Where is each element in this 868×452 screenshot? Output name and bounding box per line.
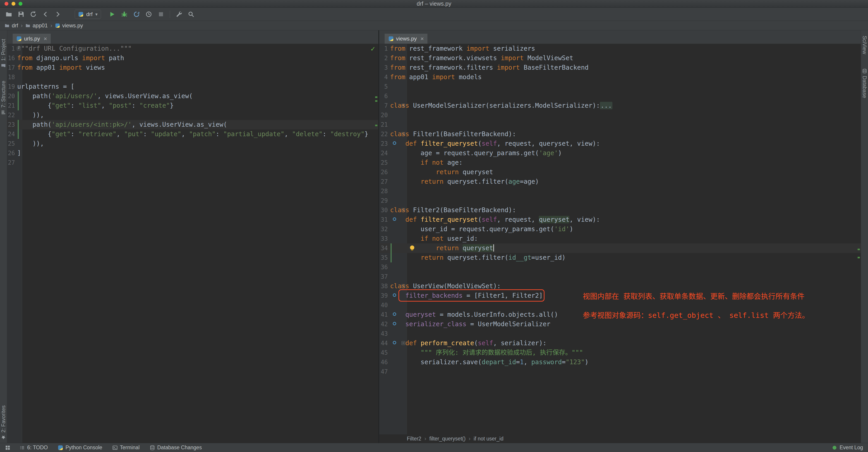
line-number[interactable]: 25 (7, 139, 17, 149)
line-number[interactable]: 35 (379, 253, 390, 262)
statusbar-item-python-console[interactable]: Python Console (58, 445, 102, 451)
close-window-button[interactable] (4, 2, 8, 6)
line-number[interactable]: 7 (379, 101, 390, 110)
coverage-button[interactable] (131, 9, 142, 19)
code-line[interactable]: 28 (379, 186, 861, 196)
line-number[interactable]: 2 (379, 54, 390, 63)
line-number[interactable]: 47 (379, 367, 390, 377)
line-number[interactable]: 41 (379, 310, 390, 319)
code-line[interactable]: 6 (379, 91, 861, 101)
code-line[interactable]: 47 (379, 367, 861, 377)
code-line[interactable]: 22 )), (7, 110, 378, 120)
line-number[interactable]: 26 (7, 149, 17, 158)
code-line[interactable]: 3from rest_framework.filters import Base… (379, 63, 861, 72)
code-line[interactable]: 46 serializer.save(depart_id=1, password… (379, 357, 861, 367)
code-line[interactable]: 22−class Filter1(BaseFilterBackend): (379, 129, 861, 139)
search-button[interactable] (186, 9, 196, 19)
back-button[interactable] (40, 9, 51, 19)
save-button[interactable] (16, 9, 26, 19)
line-number[interactable]: 1 (379, 44, 390, 54)
line-number[interactable]: 27 (379, 177, 390, 186)
code-line[interactable]: 35 return queryset.filter(id__gt=user_id… (379, 253, 861, 262)
line-number[interactable]: 28 (379, 186, 390, 196)
code-line[interactable]: 19urlpatterns = [ (7, 82, 378, 91)
line-number[interactable]: 22 (7, 110, 17, 120)
profiler-button[interactable] (144, 9, 154, 19)
code-line[interactable]: 20 path('api/users/', views.UserView.as_… (7, 91, 378, 101)
line-number[interactable]: 23 (7, 120, 17, 129)
code-line[interactable]: 27 return queryset.filter(age=age) (379, 177, 861, 186)
error-stripe-mark[interactable] (858, 257, 860, 258)
code-line[interactable]: 21 (379, 120, 861, 129)
code-line[interactable]: 16from django.urls import path (7, 54, 378, 63)
line-number[interactable]: 40 (379, 300, 390, 310)
code-line[interactable]: 23 def filter_queryset(self, request, qu… (379, 139, 861, 149)
zoom-window-button[interactable] (19, 2, 23, 6)
line-number[interactable]: 20 (7, 91, 17, 101)
code-line[interactable]: 37 (379, 272, 861, 282)
line-number[interactable]: 37 (379, 272, 390, 282)
tool-stripe-button-sciview[interactable]: SciView (862, 36, 868, 54)
editor-breadcrumb-item[interactable]: Filter2 (407, 436, 421, 442)
line-number[interactable]: 19 (7, 82, 17, 91)
code-line[interactable]: 21 {"get": "list", "post": "create"} (7, 101, 378, 110)
statusbar-item-database-changes[interactable]: Database Changes (150, 445, 202, 451)
code-line[interactable]: 32 user_id = request.query_params.get('i… (379, 224, 861, 234)
code-line[interactable]: 24 age = request.query_params.get('age') (379, 149, 861, 158)
line-number[interactable]: 39 (379, 291, 390, 300)
code-line[interactable]: 34 return queryset (379, 244, 861, 253)
editor-views-content[interactable]: 1from rest_framework import serializers2… (379, 44, 861, 443)
code-line[interactable]: 18 (7, 72, 378, 82)
line-number[interactable]: 26 (379, 167, 390, 177)
code-line[interactable]: 31 def filter_queryset(self, request, qu… (379, 215, 861, 224)
code-line[interactable]: 23 path('api/users/<int:pk>/', views.Use… (7, 120, 378, 129)
code-line[interactable]: 36 (379, 262, 861, 272)
line-number[interactable]: 42 (379, 319, 390, 329)
error-stripe-mark[interactable] (375, 125, 377, 126)
run-config-selector[interactable]: drf ▾ (75, 10, 101, 19)
line-number[interactable]: 21 (379, 120, 390, 129)
line-number[interactable]: 44 (379, 338, 390, 348)
code-line[interactable]: 45 """ 序列化: 对请求的数据校验成功后, 执行保存。""" (379, 348, 861, 357)
code-line[interactable]: 20 (379, 110, 861, 120)
line-number[interactable]: 22 (379, 129, 390, 139)
code-line[interactable]: 7+class UserModelSerializer(serializers.… (379, 101, 861, 110)
error-stripe-mark[interactable] (375, 100, 377, 102)
editor-breadcrumb-item[interactable]: filter_queryset() (430, 436, 466, 442)
code-line[interactable]: 30−class Filter2(BaseFilterBackend): (379, 205, 861, 215)
code-line[interactable]: 26 return queryset (379, 167, 861, 177)
tool-stripe-button-7-structure[interactable]: 7: Structure (0, 81, 6, 115)
run-button[interactable] (107, 9, 117, 19)
close-tab-icon[interactable]: × (421, 35, 424, 42)
line-number[interactable]: 5 (379, 82, 390, 91)
line-number[interactable]: 20 (379, 110, 390, 120)
statusbar-item-event-log[interactable]: Event Log (832, 445, 863, 451)
tab-urls-py[interactable]: urls.py × (13, 34, 51, 44)
breadcrumb-item[interactable]: drf (4, 22, 18, 29)
sync-button[interactable] (28, 9, 38, 19)
line-number[interactable]: 32 (379, 224, 390, 234)
line-number[interactable]: 17 (7, 63, 17, 72)
line-number[interactable]: 21 (7, 101, 17, 110)
code-line[interactable]: 38−class UserView(ModelViewSet): (379, 282, 861, 291)
line-number[interactable]: 30 (379, 205, 390, 215)
code-line[interactable]: 33 if not user_id: (379, 234, 861, 244)
close-tab-icon[interactable]: × (44, 35, 47, 42)
error-stripe-mark[interactable] (375, 96, 377, 98)
code-line[interactable]: 2from rest_framework.viewsets import Mod… (379, 54, 861, 63)
code-line[interactable]: 24 {"get": "retrieve", "put": "update", … (7, 129, 378, 139)
line-number[interactable]: 27 (7, 158, 17, 167)
code-line[interactable]: 29 (379, 196, 861, 205)
code-line[interactable]: 43 (379, 329, 861, 338)
line-number[interactable]: 38 (379, 282, 390, 291)
code-line[interactable]: 25 if not age: (379, 158, 861, 167)
line-number[interactable]: 3 (379, 63, 390, 72)
minimize-window-button[interactable] (11, 2, 16, 6)
line-number[interactable]: 34 (379, 244, 390, 253)
breadcrumb-item[interactable]: views.py (55, 22, 83, 29)
line-number[interactable]: 46 (379, 357, 390, 367)
line-number[interactable]: 24 (7, 129, 17, 139)
inspections-ok-icon[interactable]: ✓ (370, 45, 376, 53)
line-number[interactable]: 1 (7, 44, 17, 54)
line-number[interactable]: 16 (7, 54, 17, 63)
